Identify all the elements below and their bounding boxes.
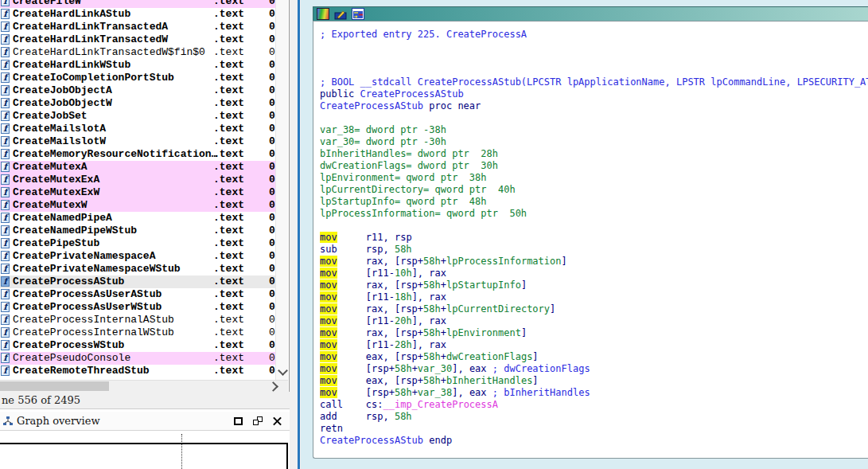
code-line[interactable]: CreateProcessAStub proc near: [320, 100, 868, 112]
function-row[interactable]: fCreateNamedPipeWStub.text0: [0, 225, 276, 237]
function-row[interactable]: fCreateMutexExA.text0: [0, 174, 276, 186]
function-segment: .text: [213, 339, 244, 352]
function-name: CreateJobSet: [13, 110, 88, 123]
comment-token: ; bInheritHandles: [492, 387, 590, 398]
function-row[interactable]: fCreateMemoryResourceNotification….text0: [0, 148, 276, 161]
code-line[interactable]: mov rax, [rsp+58h+lpEnvironment]: [320, 327, 868, 339]
palette-icon[interactable]: [317, 8, 329, 20]
function-f-icon: f: [1, 238, 10, 248]
function-row[interactable]: fCreateHardLinkTransactedW$fin$0.text00: [0, 46, 276, 59]
code-line[interactable]: bInheritHandles= dword ptr 28h: [320, 148, 868, 160]
code-line[interactable]: lpEnvironment= qword ptr 38h: [320, 172, 868, 184]
keyword-token: retn: [320, 423, 343, 434]
function-row[interactable]: fCreateIoCompletionPortStub.text0: [0, 72, 276, 84]
function-row[interactable]: fCreateRemoteThreadStub.text0: [0, 365, 276, 377]
code-line[interactable]: var_30= dword ptr -30h: [320, 136, 868, 148]
code-line[interactable]: [320, 112, 868, 124]
function-row[interactable]: fCreateJobObjectA.text0: [0, 84, 276, 97]
code-line[interactable]: ; Exported entry 225. CreateProcessA: [320, 29, 868, 41]
code-line[interactable]: mov eax, [rsp+58h+dwCreationFlags]: [320, 351, 868, 363]
code-line[interactable]: mov [rsp+58h+var_38], eax ; bInheritHand…: [320, 387, 868, 399]
function-row[interactable]: fCreateProcessInternalAStub.text00: [0, 314, 276, 326]
scroll-right-icon[interactable]: [268, 381, 278, 392]
code-line[interactable]: public CreateProcessAStub: [320, 88, 868, 100]
code-line[interactable]: CreateProcessAStub endp: [320, 435, 868, 447]
function-row[interactable]: fCreateHardLinkTransactedW.text0: [0, 33, 276, 46]
functions-horizontal-scrollbar[interactable]: [0, 380, 288, 392]
function-row[interactable]: fCreatePseudoConsole.text00: [0, 352, 276, 365]
function-row[interactable]: fCreatePipeStub.text0: [0, 237, 276, 250]
function-segment: .text: [213, 263, 244, 276]
code-line[interactable]: var_38= dword ptr -38h: [320, 124, 868, 136]
graph-overview-canvas[interactable]: [0, 431, 290, 469]
code-line[interactable]: [320, 53, 868, 64]
code-line[interactable]: ; BOOL __stdcall CreateProcessAStub(LPCS…: [320, 76, 868, 88]
function-segment: .text: [213, 237, 244, 250]
panel-splitter[interactable]: [290, 0, 301, 469]
graph-view-rectangle[interactable]: [0, 443, 288, 469]
disassembly-view[interactable]: ; Exported entry 225. CreateProcessA ; B…: [313, 21, 868, 459]
float-icon[interactable]: [253, 416, 263, 425]
code-line[interactable]: mov [r11-28h], rax: [320, 339, 868, 351]
function-row[interactable]: fCreateProcessAsUserWStub.text0: [0, 301, 276, 314]
function-row[interactable]: fCreateMutexW.text0: [0, 199, 276, 212]
code-line[interactable]: mov rax, [rsp+58h+lpProcessInformation]: [320, 256, 868, 268]
function-row[interactable]: fCreateJobSet.text0: [0, 110, 276, 123]
edit-colors-icon[interactable]: [334, 8, 347, 20]
function-row[interactable]: fCreateMutexExW.text0: [0, 186, 276, 199]
operand-token: 10h: [395, 268, 412, 279]
function-row[interactable]: fCreateProcessInternalWStub.text00: [0, 326, 276, 339]
code-line[interactable]: mov [r11-10h], rax: [320, 268, 868, 279]
operand-token: dwCreationFlags: [446, 351, 532, 362]
code-line[interactable]: mov [r11-20h], rax: [320, 315, 868, 327]
code-line[interactable]: call cs:__imp_CreateProcessA: [320, 399, 868, 411]
code-line[interactable]: [320, 41, 868, 53]
code-line[interactable]: dwCreationFlags= dword ptr 30h: [320, 160, 868, 172]
code-line[interactable]: mov [r11-18h], rax: [320, 291, 868, 303]
functions-vertical-scrollbar[interactable]: [275, 0, 288, 380]
function-segment: .text: [213, 97, 244, 110]
operand-token: 58h: [395, 411, 412, 422]
code-line[interactable]: mov [rsp+58h+var_30], eax ; dwCreationFl…: [320, 363, 868, 375]
horizontal-scroll-thumb[interactable]: [0, 381, 109, 391]
code-line[interactable]: mov rax, [rsp+58h+lpCurrentDirectory]: [320, 303, 868, 315]
function-row[interactable]: fCreatePrivateNamespaceA.text0: [0, 250, 276, 263]
function-f-icon: f: [1, 149, 10, 159]
code-line[interactable]: mov r11, rsp: [320, 232, 868, 244]
maximize-icon[interactable]: [234, 417, 243, 425]
code-line[interactable]: [320, 64, 868, 76]
code-line[interactable]: mov eax, [rsp+58h+bInheritHandles]: [320, 375, 868, 387]
function-row[interactable]: fCreateNamedPipeA.text0: [0, 212, 276, 225]
code-line[interactable]: mov rax, [rsp+58h+lpStartupInfo]: [320, 279, 868, 291]
function-row[interactable]: fCreateMutexA.text0: [0, 161, 276, 174]
function-row[interactable]: fCreatePrivateNamespaceWStub.text0: [0, 263, 276, 276]
highlighted-mnemonic: mov: [320, 339, 337, 350]
function-row[interactable]: fCreateProcessWStub.text0: [0, 339, 276, 352]
code-line[interactable]: retn: [320, 423, 868, 435]
sync-view-icon[interactable]: [352, 8, 364, 20]
code-line[interactable]: sub rsp, 58h: [320, 244, 868, 256]
code-line[interactable]: lpProcessInformation= qword ptr 50h: [320, 208, 868, 220]
function-row[interactable]: fCreateHardLinkWStub.text0: [0, 59, 276, 72]
function-row[interactable]: fCreateMailslotA.text0: [0, 123, 276, 135]
function-row[interactable]: fCreateHardLinkTransactedA.text0: [0, 21, 276, 33]
keyword-token: +: [412, 387, 418, 398]
code-line[interactable]: lpCurrentDirectory= qword ptr 40h: [320, 184, 868, 196]
graph-overview-titlebar[interactable]: Graph overview: [0, 412, 290, 431]
function-f-icon: f: [1, 251, 10, 261]
function-row[interactable]: fCreateJobObjectW.text0: [0, 97, 276, 110]
close-icon[interactable]: [273, 416, 282, 425]
function-row[interactable]: fCreateHardLinkAStub.text0: [0, 8, 276, 21]
code-line[interactable]: add rsp, 58h: [320, 411, 868, 423]
function-row[interactable]: fCreateProcessAStub.text0: [0, 276, 276, 288]
function-row[interactable]: fCreateFileW.text0: [0, 0, 276, 8]
code-line[interactable]: lpStartupInfo= qword ptr 48h: [320, 196, 868, 208]
function-row[interactable]: fCreateProcessAsUserAStub.text0: [0, 288, 276, 301]
function-name: CreateMutexW: [13, 199, 88, 212]
scroll-down-icon[interactable]: [278, 365, 288, 376]
disassembly-listing[interactable]: ; Exported entry 225. CreateProcessA ; B…: [313, 21, 868, 447]
code-line[interactable]: [320, 220, 868, 232]
function-name: CreateProcessInternalWStub: [13, 326, 174, 339]
keyword-token: call cs:: [320, 399, 383, 410]
function-row[interactable]: fCreateMailslotW.text0: [0, 135, 276, 148]
